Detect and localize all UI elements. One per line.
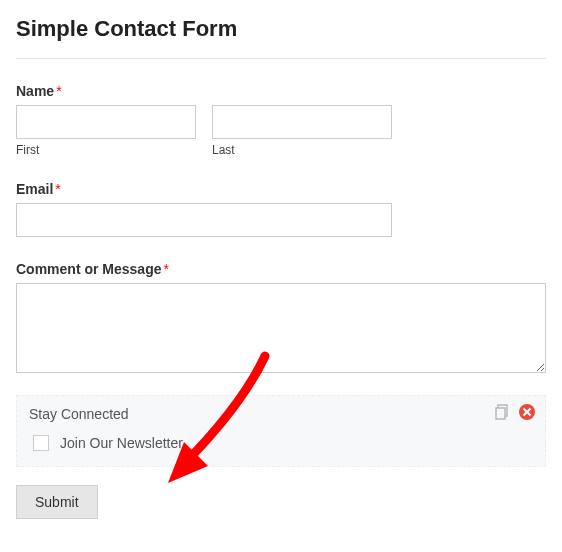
required-mark: * <box>55 181 60 197</box>
name-row: First Last <box>16 105 546 157</box>
submit-button[interactable]: Submit <box>16 485 98 519</box>
first-name-input[interactable] <box>16 105 196 139</box>
email-label: Email* <box>16 181 546 197</box>
email-label-text: Email <box>16 181 53 197</box>
svg-rect-1 <box>496 408 505 419</box>
name-label-text: Name <box>16 83 54 99</box>
stay-connected-block[interactable]: Stay Connected Join Our Newsletter <box>16 395 546 467</box>
form-title: Simple Contact Form <box>16 16 546 42</box>
newsletter-checkbox-row[interactable]: Join Our Newsletter <box>29 432 533 454</box>
last-name-sublabel: Last <box>212 143 392 157</box>
first-name-sublabel: First <box>16 143 196 157</box>
newsletter-checkbox[interactable] <box>33 435 49 451</box>
divider <box>16 58 546 59</box>
name-label: Name* <box>16 83 546 99</box>
email-input[interactable] <box>16 203 392 237</box>
newsletter-checkbox-label: Join Our Newsletter <box>60 435 183 451</box>
comment-textarea[interactable] <box>16 283 546 373</box>
last-name-input[interactable] <box>212 105 392 139</box>
comment-label: Comment or Message* <box>16 261 546 277</box>
block-actions <box>495 404 535 420</box>
delete-icon[interactable] <box>519 404 535 420</box>
duplicate-icon[interactable] <box>495 404 511 420</box>
comment-label-text: Comment or Message <box>16 261 161 277</box>
required-mark: * <box>163 261 168 277</box>
stay-connected-title: Stay Connected <box>29 406 533 422</box>
required-mark: * <box>56 83 61 99</box>
